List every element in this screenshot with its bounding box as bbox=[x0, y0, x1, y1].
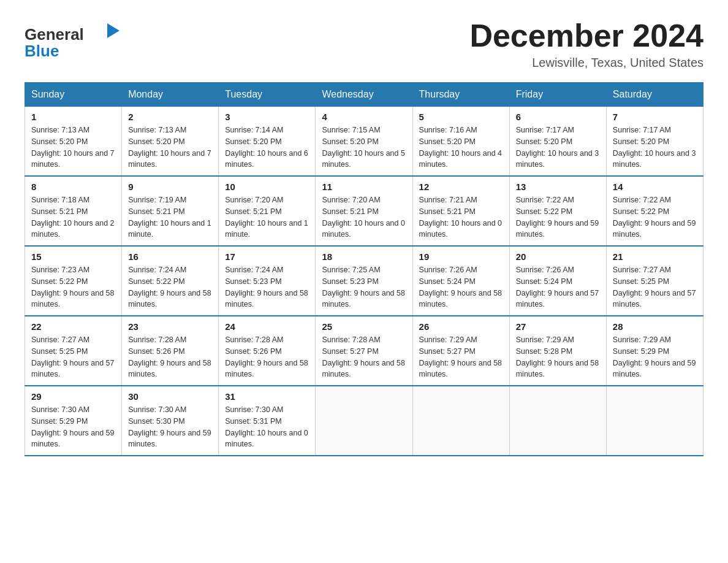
day-info: Sunrise: 7:26 AMSunset: 5:24 PMDaylight:… bbox=[419, 264, 503, 310]
calendar-cell: 10Sunrise: 7:20 AMSunset: 5:21 PMDayligh… bbox=[219, 176, 316, 246]
week-row-2: 8Sunrise: 7:18 AMSunset: 5:21 PMDaylight… bbox=[25, 176, 703, 246]
calendar-cell: 20Sunrise: 7:26 AMSunset: 5:24 PMDayligh… bbox=[509, 246, 606, 316]
calendar-cell: 30Sunrise: 7:30 AMSunset: 5:30 PMDayligh… bbox=[122, 386, 219, 456]
calendar-cell bbox=[412, 386, 509, 456]
calendar-table: SundayMondayTuesdayWednesdayThursdayFrid… bbox=[25, 82, 703, 456]
day-info: Sunrise: 7:24 AMSunset: 5:23 PMDaylight:… bbox=[225, 264, 309, 310]
day-info: Sunrise: 7:20 AMSunset: 5:21 PMDaylight:… bbox=[225, 194, 309, 240]
weekday-header-thursday: Thursday bbox=[412, 83, 509, 107]
svg-text:General: General bbox=[25, 25, 84, 44]
day-info: Sunrise: 7:27 AMSunset: 5:25 PMDaylight:… bbox=[613, 264, 697, 310]
day-number: 16 bbox=[128, 251, 212, 262]
calendar-cell: 31Sunrise: 7:30 AMSunset: 5:31 PMDayligh… bbox=[219, 386, 316, 456]
day-number: 7 bbox=[613, 112, 697, 122]
calendar-cell: 22Sunrise: 7:27 AMSunset: 5:25 PMDayligh… bbox=[25, 316, 122, 386]
day-number: 27 bbox=[516, 321, 600, 332]
calendar-cell bbox=[509, 386, 606, 456]
title-area: December 2024 Lewisville, Texas, United … bbox=[469, 18, 703, 70]
calendar-cell: 18Sunrise: 7:25 AMSunset: 5:23 PMDayligh… bbox=[316, 246, 412, 316]
svg-marker-1 bbox=[107, 23, 119, 38]
day-info: Sunrise: 7:21 AMSunset: 5:21 PMDaylight:… bbox=[419, 194, 503, 240]
svg-text:Blue: Blue bbox=[25, 42, 59, 60]
day-number: 5 bbox=[419, 112, 503, 122]
day-number: 30 bbox=[128, 391, 212, 402]
weekday-header-friday: Friday bbox=[509, 83, 606, 107]
calendar-cell: 3Sunrise: 7:14 AMSunset: 5:20 PMDaylight… bbox=[219, 107, 316, 177]
calendar-cell: 2Sunrise: 7:13 AMSunset: 5:20 PMDaylight… bbox=[122, 107, 219, 177]
day-info: Sunrise: 7:29 AMSunset: 5:29 PMDaylight:… bbox=[613, 334, 697, 380]
calendar-cell: 25Sunrise: 7:28 AMSunset: 5:27 PMDayligh… bbox=[316, 316, 412, 386]
day-info: Sunrise: 7:26 AMSunset: 5:24 PMDaylight:… bbox=[516, 264, 600, 310]
calendar-cell: 17Sunrise: 7:24 AMSunset: 5:23 PMDayligh… bbox=[219, 246, 316, 316]
day-number: 20 bbox=[516, 251, 600, 262]
day-number: 1 bbox=[31, 112, 115, 122]
day-info: Sunrise: 7:30 AMSunset: 5:29 PMDaylight:… bbox=[31, 404, 115, 450]
day-number: 18 bbox=[322, 251, 406, 262]
day-number: 29 bbox=[31, 391, 115, 402]
day-info: Sunrise: 7:30 AMSunset: 5:30 PMDaylight:… bbox=[128, 404, 212, 450]
day-info: Sunrise: 7:20 AMSunset: 5:21 PMDaylight:… bbox=[322, 194, 406, 240]
day-number: 14 bbox=[613, 182, 697, 192]
calendar-cell: 9Sunrise: 7:19 AMSunset: 5:21 PMDaylight… bbox=[122, 176, 219, 246]
day-number: 22 bbox=[31, 321, 115, 332]
day-number: 8 bbox=[31, 182, 115, 192]
day-info: Sunrise: 7:16 AMSunset: 5:20 PMDaylight:… bbox=[419, 124, 503, 170]
weekday-header-sunday: Sunday bbox=[25, 83, 122, 107]
calendar-cell: 4Sunrise: 7:15 AMSunset: 5:20 PMDaylight… bbox=[316, 107, 412, 177]
calendar-cell: 27Sunrise: 7:29 AMSunset: 5:28 PMDayligh… bbox=[509, 316, 606, 386]
day-info: Sunrise: 7:28 AMSunset: 5:26 PMDaylight:… bbox=[225, 334, 309, 380]
calendar-cell: 26Sunrise: 7:29 AMSunset: 5:27 PMDayligh… bbox=[412, 316, 509, 386]
day-number: 23 bbox=[128, 321, 212, 332]
day-info: Sunrise: 7:19 AMSunset: 5:21 PMDaylight:… bbox=[128, 194, 212, 240]
calendar-cell: 1Sunrise: 7:13 AMSunset: 5:20 PMDaylight… bbox=[25, 107, 122, 177]
day-number: 13 bbox=[516, 182, 600, 192]
calendar-cell: 16Sunrise: 7:24 AMSunset: 5:22 PMDayligh… bbox=[122, 246, 219, 316]
month-title: December 2024 bbox=[469, 18, 703, 53]
day-info: Sunrise: 7:13 AMSunset: 5:20 PMDaylight:… bbox=[31, 124, 115, 170]
day-info: Sunrise: 7:22 AMSunset: 5:22 PMDaylight:… bbox=[516, 194, 600, 240]
weekday-header-saturday: Saturday bbox=[606, 83, 703, 107]
week-row-1: 1Sunrise: 7:13 AMSunset: 5:20 PMDaylight… bbox=[25, 107, 703, 177]
week-row-4: 22Sunrise: 7:27 AMSunset: 5:25 PMDayligh… bbox=[25, 316, 703, 386]
page-header: General Blue December 2024 Lewisville, T… bbox=[25, 18, 703, 70]
calendar-cell: 29Sunrise: 7:30 AMSunset: 5:29 PMDayligh… bbox=[25, 386, 122, 456]
calendar-cell: 5Sunrise: 7:16 AMSunset: 5:20 PMDaylight… bbox=[412, 107, 509, 177]
day-info: Sunrise: 7:15 AMSunset: 5:20 PMDaylight:… bbox=[322, 124, 406, 170]
day-number: 4 bbox=[322, 112, 406, 122]
day-info: Sunrise: 7:29 AMSunset: 5:27 PMDaylight:… bbox=[419, 334, 503, 380]
location-text: Lewisville, Texas, United States bbox=[469, 56, 703, 70]
day-info: Sunrise: 7:17 AMSunset: 5:20 PMDaylight:… bbox=[613, 124, 697, 170]
day-number: 9 bbox=[128, 182, 212, 192]
day-info: Sunrise: 7:29 AMSunset: 5:28 PMDaylight:… bbox=[516, 334, 600, 380]
calendar-cell: 13Sunrise: 7:22 AMSunset: 5:22 PMDayligh… bbox=[509, 176, 606, 246]
calendar-cell: 12Sunrise: 7:21 AMSunset: 5:21 PMDayligh… bbox=[412, 176, 509, 246]
day-number: 17 bbox=[225, 251, 309, 262]
day-info: Sunrise: 7:27 AMSunset: 5:25 PMDaylight:… bbox=[31, 334, 115, 380]
day-info: Sunrise: 7:14 AMSunset: 5:20 PMDaylight:… bbox=[225, 124, 309, 170]
calendar-cell: 7Sunrise: 7:17 AMSunset: 5:20 PMDaylight… bbox=[606, 107, 703, 177]
calendar-cell bbox=[606, 386, 703, 456]
week-row-5: 29Sunrise: 7:30 AMSunset: 5:29 PMDayligh… bbox=[25, 386, 703, 456]
calendar-cell: 6Sunrise: 7:17 AMSunset: 5:20 PMDaylight… bbox=[509, 107, 606, 177]
day-number: 24 bbox=[225, 321, 309, 332]
day-info: Sunrise: 7:30 AMSunset: 5:31 PMDaylight:… bbox=[225, 404, 309, 450]
week-row-3: 15Sunrise: 7:23 AMSunset: 5:22 PMDayligh… bbox=[25, 246, 703, 316]
weekday-header-wednesday: Wednesday bbox=[316, 83, 412, 107]
day-number: 3 bbox=[225, 112, 309, 122]
day-info: Sunrise: 7:28 AMSunset: 5:26 PMDaylight:… bbox=[128, 334, 212, 380]
calendar-cell: 23Sunrise: 7:28 AMSunset: 5:26 PMDayligh… bbox=[122, 316, 219, 386]
weekday-header-tuesday: Tuesday bbox=[219, 83, 316, 107]
calendar-cell: 15Sunrise: 7:23 AMSunset: 5:22 PMDayligh… bbox=[25, 246, 122, 316]
day-info: Sunrise: 7:18 AMSunset: 5:21 PMDaylight:… bbox=[31, 194, 115, 240]
day-info: Sunrise: 7:17 AMSunset: 5:20 PMDaylight:… bbox=[516, 124, 600, 170]
day-number: 2 bbox=[128, 112, 212, 122]
calendar-cell: 14Sunrise: 7:22 AMSunset: 5:22 PMDayligh… bbox=[606, 176, 703, 246]
day-number: 11 bbox=[322, 182, 406, 192]
logo-area: General Blue bbox=[25, 18, 123, 64]
day-info: Sunrise: 7:24 AMSunset: 5:22 PMDaylight:… bbox=[128, 264, 212, 310]
weekday-header-monday: Monday bbox=[122, 83, 219, 107]
calendar-cell: 19Sunrise: 7:26 AMSunset: 5:24 PMDayligh… bbox=[412, 246, 509, 316]
day-info: Sunrise: 7:22 AMSunset: 5:22 PMDaylight:… bbox=[613, 194, 697, 240]
day-info: Sunrise: 7:13 AMSunset: 5:20 PMDaylight:… bbox=[128, 124, 212, 170]
day-number: 31 bbox=[225, 391, 309, 402]
